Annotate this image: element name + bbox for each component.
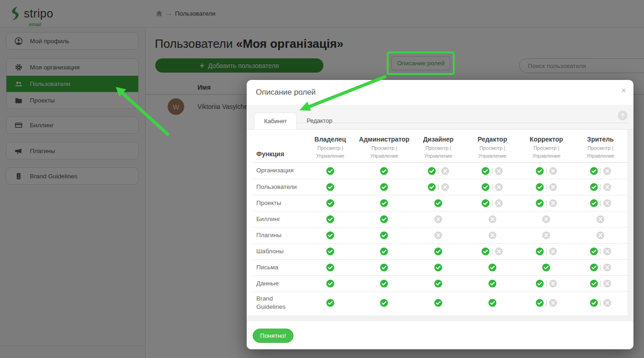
permission-cell [465, 299, 520, 307]
check-icon [536, 199, 544, 207]
check-icon [590, 263, 598, 272]
permission-cell [357, 183, 412, 191]
check-icon [590, 183, 598, 191]
permission-row: Плагины [253, 227, 627, 243]
check-icon [434, 263, 442, 272]
permission-cell [520, 279, 574, 288]
denied-icon [603, 279, 611, 288]
permission-cell [303, 199, 357, 207]
permission-cell [411, 167, 465, 175]
permission-separator [546, 249, 547, 255]
permission-cell [520, 199, 574, 207]
permission-separator [492, 200, 492, 206]
check-icon [481, 247, 490, 256]
permission-cell [465, 247, 520, 256]
permission-cell [303, 279, 357, 288]
check-icon [380, 263, 388, 272]
check-icon [536, 167, 544, 175]
function-label: Шаблоны [253, 244, 303, 258]
denied-icon [495, 167, 503, 175]
permission-separator [600, 300, 601, 306]
modal-header: Описание ролей × [247, 80, 633, 105]
check-icon [536, 299, 544, 307]
check-icon [488, 299, 497, 307]
close-icon[interactable]: × [621, 86, 626, 95]
permission-cell [303, 247, 357, 256]
horizontal-scrollbar[interactable] [247, 315, 633, 321]
permission-cell [573, 215, 627, 223]
permission-separator [492, 249, 492, 255]
check-icon [590, 199, 598, 207]
permission-cell [357, 199, 412, 207]
modal-body: Функция ВладелецПросмотр |УправлениеАдми… [247, 130, 633, 322]
check-icon [542, 263, 550, 272]
tab-cabinet[interactable]: Кабинет [254, 113, 297, 129]
check-icon [428, 167, 436, 175]
denied-icon [488, 231, 497, 239]
tab-editor[interactable]: Редактор [297, 113, 342, 129]
check-icon [380, 215, 388, 223]
permission-row: Brand Guidelines [253, 291, 627, 314]
role-column-header: КорректорПросмотр |Управление [520, 130, 574, 162]
role-name: Зритель [573, 136, 627, 143]
denied-icon [603, 299, 611, 307]
denied-icon [549, 299, 557, 307]
denied-icon [495, 199, 503, 207]
permission-separator [600, 281, 601, 287]
permission-cell [573, 279, 627, 288]
confirm-button[interactable]: Понятно! [253, 329, 294, 343]
permission-cell [411, 215, 465, 223]
check-icon [428, 183, 436, 191]
permission-cell [520, 215, 574, 223]
permission-cell [520, 231, 574, 239]
denied-icon [549, 167, 557, 175]
permission-cell [303, 215, 357, 223]
permission-cell [465, 199, 520, 207]
permission-cell [520, 167, 574, 175]
check-icon [326, 279, 334, 288]
function-label: Проекты [253, 196, 303, 210]
permission-separator [546, 184, 547, 190]
permission-separator [546, 200, 547, 206]
denied-icon [596, 215, 604, 223]
permission-cell [411, 299, 465, 307]
role-column-header: ЗрительПросмотр |Управление [573, 130, 627, 162]
permission-cell [573, 183, 627, 191]
denied-icon [495, 183, 503, 191]
permission-separator [600, 265, 601, 271]
permission-cell [520, 247, 574, 256]
function-label: Brand Guidelines [253, 292, 303, 314]
denied-icon [549, 279, 557, 288]
permission-cell [520, 299, 574, 307]
role-permissions-subtitle: Просмотр |Управление [573, 144, 627, 160]
check-icon [590, 167, 598, 175]
denied-icon [549, 247, 557, 256]
roles-table-header: Функция ВладелецПросмотр |УправлениеАдми… [253, 130, 627, 163]
permission-cell [411, 263, 465, 272]
denied-icon [495, 247, 503, 256]
permission-cell [465, 183, 520, 191]
permission-cell [303, 299, 357, 307]
permission-separator [438, 184, 439, 190]
permission-cell [357, 215, 412, 223]
function-column-header: Функция [253, 150, 303, 162]
check-icon [326, 231, 334, 239]
permission-separator [546, 281, 547, 287]
denied-icon [434, 215, 442, 223]
permission-cell [465, 231, 520, 239]
check-icon [380, 183, 388, 191]
check-icon [590, 279, 598, 288]
check-icon [326, 183, 334, 191]
check-icon [326, 215, 334, 223]
check-icon [590, 299, 598, 307]
permission-separator [600, 200, 601, 206]
permission-cell [573, 263, 627, 272]
permission-separator [492, 184, 492, 190]
permission-separator [438, 168, 439, 174]
denied-icon [441, 183, 449, 191]
vertical-scrollbar[interactable] [627, 130, 633, 315]
check-icon [481, 183, 490, 191]
permission-cell [357, 167, 412, 175]
help-icon[interactable]: ? [618, 111, 627, 120]
check-icon [590, 247, 598, 256]
